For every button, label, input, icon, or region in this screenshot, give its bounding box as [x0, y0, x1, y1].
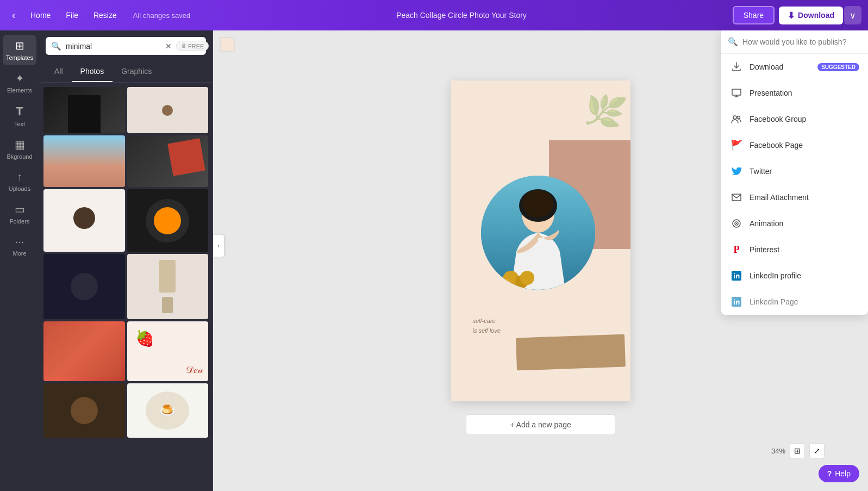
chevron-left-icon: ‹	[217, 242, 220, 250]
crown-icon: ♛	[181, 42, 186, 49]
back-button[interactable]: ‹	[7, 7, 21, 24]
document-title: Peach Collage Circle Photo Your Story	[396, 11, 527, 20]
canvas-floral-element: 🌿	[580, 86, 629, 134]
sidebar-item-elements[interactable]: ✦ Elements	[3, 67, 36, 98]
elements-icon: ✦	[15, 72, 24, 85]
publish-search-icon: 🔍	[728, 37, 738, 47]
grid-view-button[interactable]: ⊞	[790, 443, 805, 458]
text-icon: T	[16, 104, 23, 119]
sidebar-item-uploads[interactable]: ↑ Uploads	[3, 166, 36, 196]
help-icon: ?	[827, 469, 832, 478]
sidebar-item-label: Elements	[7, 87, 32, 94]
photo-column-right: 🍓 𝒟𝑒𝒶 🍮	[127, 87, 209, 487]
publish-item-facebook-group[interactable]: Facebook Group	[721, 106, 868, 132]
zoom-level: 34%	[771, 447, 785, 455]
tab-photos[interactable]: Photos	[72, 61, 113, 82]
publish-item-label: Twitter	[750, 167, 772, 176]
photo-item[interactable]	[43, 383, 125, 438]
color-swatch[interactable]	[220, 37, 235, 52]
sidebar-item-templates[interactable]: ⊞ Templates	[3, 35, 36, 65]
fullscreen-button[interactable]: ⤢	[809, 443, 825, 458]
publish-item-label: LinkedIn Page	[750, 297, 798, 306]
tabs: All Photos Graphics	[39, 61, 213, 83]
publish-item-presentation[interactable]: Presentation	[721, 80, 868, 106]
sidebar-item-label: Bkground	[7, 153, 32, 160]
sidebar-item-label: More	[13, 250, 26, 257]
photo-item[interactable]	[43, 87, 125, 133]
search-clear-button[interactable]: ✕	[165, 42, 172, 51]
download-expand-button[interactable]: ∨	[844, 6, 861, 24]
download-group: ⬇ Download ∨	[779, 6, 861, 24]
photo-item[interactable]	[43, 135, 125, 187]
download-button[interactable]: ⬇ Download	[779, 7, 843, 24]
sidebar-item-label: Uploads	[9, 185, 30, 192]
publish-item-label: LinkedIn profile	[750, 271, 801, 280]
download-icon: ⬇	[788, 10, 795, 21]
photo-item[interactable]	[127, 87, 209, 133]
publish-item-label: Animation	[750, 219, 783, 228]
free-label: FREE	[188, 43, 204, 49]
publish-item-label: Facebook Group	[750, 115, 806, 123]
photo-item[interactable]	[127, 254, 209, 319]
publish-item-pinterest[interactable]: P Pinterest	[721, 237, 868, 263]
home-button[interactable]: Home	[25, 8, 56, 23]
photo-item[interactable]	[127, 189, 209, 252]
canvas-torn-piece	[516, 334, 626, 370]
background-icon: ▦	[15, 138, 25, 151]
sidebar-item-background[interactable]: ▦ Bkground	[3, 134, 36, 164]
tab-all[interactable]: All	[46, 61, 72, 82]
publish-item-linkedin-profile[interactable]: LinkedIn profile	[721, 263, 868, 289]
search-icon: 🔍	[51, 41, 61, 51]
left-panel: 🔍 ✕ ♛ FREE All Photos Graphics	[39, 30, 213, 491]
photo-grid: 🍓 𝒟𝑒𝒶 🍮	[39, 83, 213, 491]
svg-rect-10	[732, 194, 741, 201]
photo-item[interactable]	[43, 321, 125, 381]
sidebar-item-label: Templates	[6, 54, 33, 61]
hide-panel-button[interactable]: ‹	[213, 235, 224, 257]
photo-column-left	[43, 87, 125, 487]
publish-item-facebook-page[interactable]: 🚩 Facebook Page	[721, 132, 868, 158]
sidebar-item-text[interactable]: T Text	[3, 100, 36, 132]
linkedin-profile-icon	[730, 269, 743, 282]
publish-item-email[interactable]: Email Attachment	[721, 184, 868, 210]
add-page-button[interactable]: + Add a new page	[466, 414, 615, 435]
publish-item-label: Pinterest	[750, 245, 779, 254]
publish-item-twitter[interactable]: Twitter	[721, 158, 868, 184]
tab-graphics[interactable]: Graphics	[113, 61, 160, 82]
grid-icon: ⊞	[794, 446, 801, 455]
fullscreen-icon: ⤢	[814, 446, 820, 455]
zoom-controls: 34% ⊞ ⤢	[771, 443, 825, 458]
photo-item[interactable]	[127, 135, 209, 187]
facebook-group-icon	[730, 113, 743, 126]
topbar-center: Peach Collage Circle Photo Your Story	[195, 11, 728, 20]
linkedin-page-icon	[730, 295, 743, 308]
design-canvas[interactable]: 🌿	[451, 80, 630, 401]
publish-item-animation[interactable]: Animation	[721, 210, 868, 237]
search-box: 🔍 ✕ ♛ FREE	[46, 37, 206, 55]
share-button[interactable]: Share	[733, 6, 775, 24]
folders-icon: ▭	[15, 203, 25, 216]
photo-item[interactable]	[43, 189, 125, 252]
file-button[interactable]: File	[60, 8, 84, 23]
canvas-circle-photo	[481, 176, 595, 290]
svg-point-5	[500, 279, 511, 290]
sidebar: ⊞ Templates ✦ Elements T Text ▦ Bkground…	[0, 30, 39, 491]
person-silhouette	[481, 176, 595, 290]
resize-button[interactable]: Resize	[88, 8, 122, 23]
svg-rect-7	[732, 89, 741, 95]
uploads-icon: ↑	[17, 171, 22, 183]
photo-item[interactable]	[43, 254, 125, 319]
animation-icon	[730, 217, 743, 230]
canvas-text-line2: is self love	[473, 326, 501, 336]
publish-item-linkedin-page[interactable]: LinkedIn Page	[721, 289, 868, 315]
help-button[interactable]: ? Help	[819, 465, 859, 482]
publish-item-download[interactable]: Download SUGGESTED	[721, 54, 868, 80]
autosave-status: All changes saved	[133, 11, 191, 20]
free-badge: ♛ FREE	[176, 41, 209, 51]
publish-search-input[interactable]	[742, 38, 861, 46]
photo-item[interactable]: 🍮	[127, 383, 209, 438]
sidebar-item-folders[interactable]: ▭ Folders	[3, 198, 36, 229]
sidebar-item-more[interactable]: ··· More	[3, 231, 36, 261]
search-input[interactable]	[66, 42, 161, 51]
photo-item[interactable]: 🍓 𝒟𝑒𝒶	[127, 321, 209, 381]
